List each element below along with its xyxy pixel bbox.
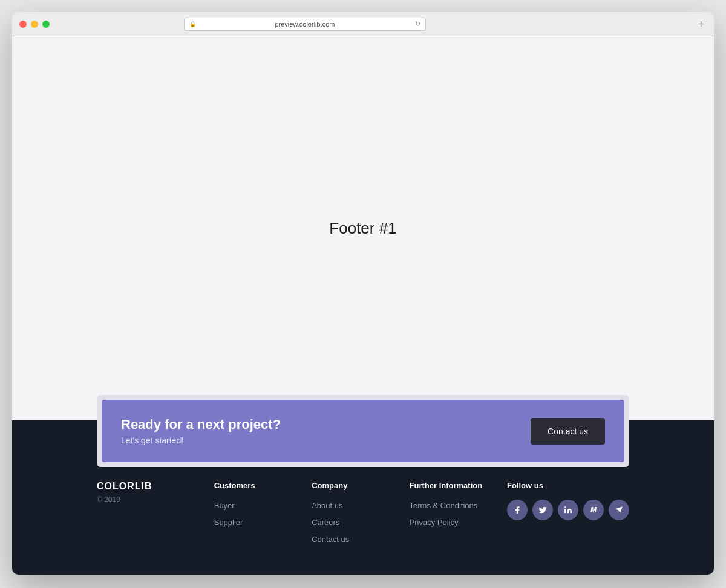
cta-inner: Ready for a next project? Let's get star…	[102, 400, 624, 462]
list-item: Privacy Policy	[410, 517, 507, 528]
browser-window: 🔒 preview.colorlib.com ↻ + Footer #1 Rea…	[12, 12, 714, 575]
minimize-button[interactable]	[31, 21, 38, 28]
company-links: About us Careers Contact us	[312, 500, 409, 544]
cta-contact-button[interactable]: Contact us	[531, 418, 605, 445]
page-content: Footer #1 Ready for a next project? Let'…	[12, 36, 714, 575]
titlebar: 🔒 preview.colorlib.com ↻ +	[12, 12, 714, 36]
refresh-icon[interactable]: ↻	[415, 20, 420, 28]
cta-subtitle: Let's get started!	[121, 436, 281, 445]
list-item: Terms & Conditions	[410, 500, 507, 511]
page-title: Footer #1	[329, 219, 396, 238]
cta-outer: Ready for a next project? Let's get star…	[97, 395, 629, 467]
maximize-button[interactable]	[42, 21, 50, 28]
facebook-icon[interactable]	[507, 500, 528, 520]
cta-title: Ready for a next project?	[121, 417, 281, 433]
close-button[interactable]	[19, 21, 27, 28]
contact-us-link[interactable]: Contact us	[312, 535, 349, 544]
privacy-policy-link[interactable]: Privacy Policy	[410, 518, 459, 527]
footer-columns: COLORLIB © 2019 Customers Buyer Supplier…	[12, 457, 714, 575]
footer-col-further-info: Further Information Terms & Conditions P…	[410, 481, 507, 544]
telegram-icon[interactable]	[609, 500, 629, 520]
url-text: preview.colorlib.com	[197, 21, 412, 28]
list-item: Careers	[312, 517, 409, 528]
list-item: Contact us	[312, 534, 409, 544]
footer-brand: COLORLIB © 2019	[97, 481, 214, 544]
further-info-col-title: Further Information	[410, 481, 507, 490]
brand-name: COLORLIB	[97, 481, 214, 492]
add-tab-button[interactable]: +	[695, 19, 707, 30]
main-area: Footer #1	[12, 36, 714, 420]
list-item: Buyer	[214, 500, 312, 511]
follow-us-title: Follow us	[507, 481, 629, 490]
social-icons: M	[507, 500, 629, 520]
customers-links: Buyer Supplier	[214, 500, 312, 528]
traffic-lights	[19, 21, 50, 28]
brand-year: © 2019	[97, 495, 214, 504]
cta-banner-container: Ready for a next project? Let's get star…	[97, 395, 629, 467]
cta-text-group: Ready for a next project? Let's get star…	[121, 417, 281, 445]
buyer-link[interactable]: Buyer	[214, 501, 235, 510]
twitter-icon[interactable]	[532, 500, 553, 520]
supplier-link[interactable]: Supplier	[214, 518, 243, 527]
lock-icon: 🔒	[189, 21, 194, 27]
footer-col-customers: Customers Buyer Supplier	[214, 481, 312, 544]
company-col-title: Company	[312, 481, 409, 490]
svg-point-0	[564, 506, 566, 508]
footer-section: Ready for a next project? Let's get star…	[12, 420, 714, 575]
about-us-link[interactable]: About us	[312, 501, 342, 510]
medium-icon[interactable]: M	[583, 500, 604, 520]
linkedin-icon[interactable]	[558, 500, 578, 520]
list-item: About us	[312, 500, 409, 511]
list-item: Supplier	[214, 517, 312, 528]
footer-col-company: Company About us Careers Contact us	[312, 481, 409, 544]
further-info-links: Terms & Conditions Privacy Policy	[410, 500, 507, 528]
url-bar[interactable]: 🔒 preview.colorlib.com ↻	[184, 18, 426, 31]
careers-link[interactable]: Careers	[312, 518, 339, 527]
terms-conditions-link[interactable]: Terms & Conditions	[410, 501, 478, 510]
footer-follow: Follow us	[507, 481, 629, 544]
customers-col-title: Customers	[214, 481, 312, 490]
